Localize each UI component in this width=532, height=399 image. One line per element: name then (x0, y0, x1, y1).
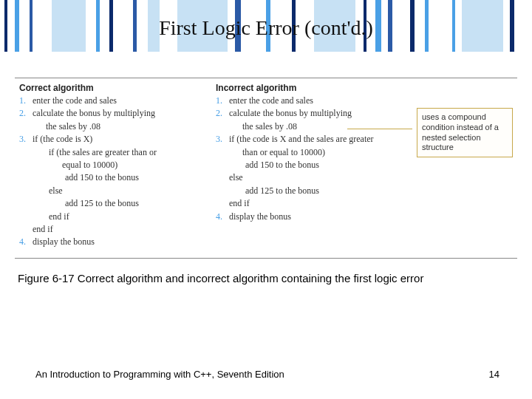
algorithm-line: end if (216, 197, 408, 210)
figure-caption: Figure 6-17 Correct algorithm and incorr… (0, 272, 532, 284)
footer-text: An Introduction to Programming with C++,… (35, 369, 284, 380)
algorithm-line: 4.display the bonus (19, 236, 211, 248)
banner-stripes: First Logic Error (cont'd.) (0, 0, 532, 52)
algorithm-line: add 150 to the bonus (19, 171, 211, 184)
algorithm-line: 4.display the bonus (216, 211, 408, 223)
algorithm-line: end if (19, 223, 211, 236)
incorrect-heading: Incorrect algorithm (216, 83, 408, 93)
algorithm-line: 1.enter the code and sales (216, 95, 408, 107)
algorithm-line: equal to 10000) (19, 159, 211, 171)
incorrect-algorithm-column: Incorrect algorithm 1.enter the code and… (216, 83, 408, 223)
figure-panel: Correct algorithm 1.enter the code and s… (15, 78, 517, 259)
algorithm-line: else (19, 185, 211, 197)
algorithm-line: else (216, 171, 408, 184)
callout-box: uses a compound condition instead of a n… (417, 108, 513, 157)
algorithm-line: add 150 to the bonus (216, 159, 408, 171)
algorithm-line: 1.enter the code and sales (19, 95, 211, 107)
algorithm-line: 2.calculate the bonus by multiplying (19, 107, 211, 120)
algorithm-line: add 125 to the bonus (19, 197, 211, 210)
algorithm-line: 3.if (the code is X and the sales are gr… (216, 133, 408, 146)
algorithm-line: 3.if (the code is X) (19, 133, 211, 146)
page-number: 14 (489, 369, 499, 380)
correct-heading: Correct algorithm (19, 83, 211, 93)
algorithm-line: end if (19, 211, 211, 223)
correct-algorithm-column: Correct algorithm 1.enter the code and s… (19, 83, 211, 249)
algorithm-line: add 125 to the bonus (216, 185, 408, 197)
page-title: First Logic Error (cont'd.) (0, 16, 532, 40)
algorithm-line: than or equal to 10000) (216, 146, 408, 159)
algorithm-line: if (the sales are greater than or (19, 146, 211, 159)
callout-connector (347, 129, 412, 129)
algorithm-line: the sales by .08 (216, 120, 408, 133)
correct-algorithm-listing: 1.enter the code and sales2.calculate th… (19, 95, 211, 249)
incorrect-algorithm-listing: 1.enter the code and sales2.calculate th… (216, 95, 408, 223)
algorithm-line: 2.calculate the bonus by multiplying (216, 107, 408, 120)
algorithm-line: the sales by .08 (19, 120, 211, 133)
